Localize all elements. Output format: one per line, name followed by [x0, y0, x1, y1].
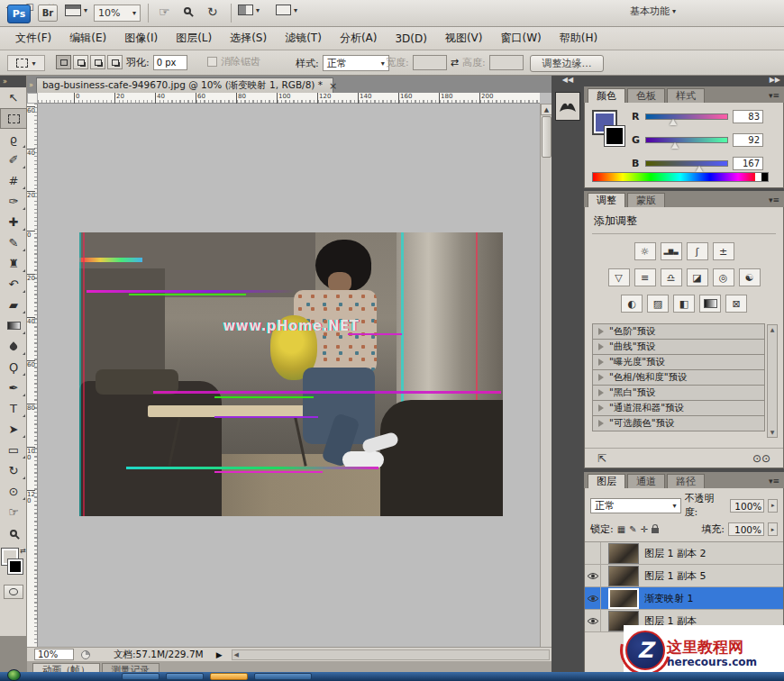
visibility-toggle[interactable]	[585, 565, 601, 587]
channel-mixer-icon[interactable]: ☯	[739, 268, 761, 286]
curves-icon[interactable]: ʃ	[687, 242, 708, 260]
refine-edge-button[interactable]: 调整边缘…	[530, 55, 604, 72]
expand-triangle-icon[interactable]	[598, 389, 604, 396]
hand-tool[interactable]: ☞	[0, 502, 27, 522]
preset-selective-color[interactable]: "可选颜色"预设	[592, 415, 765, 431]
preset-hue-saturation[interactable]: "色相/饱和度"预设	[592, 369, 765, 386]
horizontal-scrollbar[interactable]: ◀	[232, 649, 550, 660]
antialias-checkbox[interactable]	[207, 57, 217, 67]
visibility-toggle-icon[interactable]: ⊙⊙	[752, 452, 770, 465]
fill-value[interactable]: 100%	[728, 522, 764, 536]
panel-menu-icon[interactable]: ▾≡	[769, 195, 784, 207]
blue-slider[interactable]	[645, 160, 728, 167]
move-tool[interactable]: ↖	[0, 87, 27, 108]
photo-filter-icon[interactable]: ◎	[713, 268, 734, 286]
taskbar-button-active[interactable]	[210, 673, 248, 680]
preset-black-white[interactable]: "黑白"预设	[592, 385, 765, 401]
height-input[interactable]	[489, 55, 524, 70]
collapsed-panel-icon[interactable]	[555, 92, 580, 121]
quick-selection-tool[interactable]: ✐	[0, 150, 27, 170]
rectangular-marquee-tool[interactable]	[0, 108, 27, 129]
hue-saturation-icon[interactable]: ≡	[634, 268, 656, 286]
menu-3d[interactable]: 3D(D)	[387, 30, 434, 48]
background-color-swatch[interactable]	[605, 126, 624, 146]
menu-layer[interactable]: 图层(L)	[168, 28, 220, 49]
expand-triangle-icon[interactable]	[598, 359, 604, 366]
brush-tool[interactable]: ✎	[0, 232, 27, 253]
expand-triangle-icon[interactable]	[598, 343, 604, 350]
eraser-tool[interactable]: ▰	[0, 295, 27, 315]
brightness-contrast-icon[interactable]: ☼	[634, 242, 656, 260]
taskbar-button[interactable]	[166, 673, 204, 680]
eyedropper-tool[interactable]: ✑	[0, 191, 27, 212]
slider-thumb[interactable]	[696, 166, 703, 172]
expand-triangle-icon[interactable]	[598, 404, 604, 412]
taskbar-button[interactable]	[254, 673, 312, 680]
tool-preset-picker[interactable]: ▾	[7, 55, 45, 71]
rotate-view-button[interactable]: ↻	[207, 5, 218, 19]
pen-tool[interactable]: ✒	[0, 377, 27, 398]
menu-analysis[interactable]: 分析(A)	[332, 28, 386, 49]
vibrance-icon[interactable]: ▽	[608, 268, 630, 286]
swap-width-height-icon[interactable]: ⇄	[451, 57, 459, 68]
status-menu-arrow[interactable]: ▶	[216, 650, 223, 659]
opacity-spinner-icon[interactable]: ▸	[768, 499, 778, 513]
workspace-switcher[interactable]: 基本功能 ▾	[630, 5, 676, 18]
blur-tool[interactable]	[0, 336, 27, 357]
invert-icon[interactable]: ◐	[621, 295, 643, 313]
healing-brush-tool[interactable]: ✚	[0, 212, 27, 232]
panel-menu-icon[interactable]: ▾≡	[769, 477, 784, 488]
layer-thumbnail[interactable]	[608, 566, 639, 586]
opacity-value[interactable]: 100%	[730, 499, 765, 513]
white-black-cells[interactable]	[755, 173, 768, 181]
posterize-icon[interactable]: ▨	[647, 295, 669, 313]
menu-image[interactable]: 图像(I)	[116, 28, 166, 49]
black-white-icon[interactable]: ◪	[687, 268, 708, 286]
zoom-tool-button[interactable]	[184, 7, 191, 14]
expand-triangle-icon[interactable]	[598, 328, 604, 335]
canvas-area[interactable]: www.pHome.NET	[38, 104, 540, 662]
return-to-list-icon[interactable]: ⇱	[597, 452, 606, 465]
scroll-down-icon[interactable]: ▼	[768, 428, 777, 437]
visibility-toggle[interactable]	[585, 610, 601, 632]
layer-name[interactable]: 渐变映射 1	[644, 592, 694, 605]
close-tab-icon[interactable]: ×	[329, 80, 337, 92]
green-slider[interactable]	[645, 137, 728, 143]
color-spectrum-ramp[interactable]	[592, 172, 769, 182]
tab-overflow-icon[interactable]: »	[27, 81, 36, 93]
expand-triangle-icon[interactable]	[598, 374, 604, 381]
gradient-tool[interactable]	[0, 315, 27, 336]
vertical-scrollbar[interactable]: ▲ ▼	[540, 104, 552, 662]
layer-thumbnail[interactable]	[608, 588, 639, 609]
lock-transparency-icon[interactable]: ▦	[617, 524, 625, 534]
tab-layers[interactable]: 图层	[588, 474, 625, 488]
exposure-icon[interactable]: ±	[713, 242, 734, 260]
3d-orbit-tool[interactable]: ⊙	[0, 481, 27, 502]
menu-view[interactable]: 视图(V)	[437, 28, 491, 49]
tab-masks[interactable]: 蒙版	[627, 193, 665, 207]
lasso-tool[interactable]: ϱ	[0, 129, 27, 150]
visibility-toggle[interactable]	[585, 542, 601, 565]
slider-thumb[interactable]	[670, 119, 677, 125]
menu-file[interactable]: 文件(F)	[7, 28, 59, 49]
layer-row[interactable]: 图层 1 副本 2	[585, 542, 783, 565]
levels-icon[interactable]: ▂▆▃	[661, 242, 682, 260]
tab-swatches[interactable]: 色板	[627, 88, 665, 103]
crop-tool[interactable]: #	[0, 170, 27, 191]
red-value-input[interactable]: 83	[733, 110, 763, 123]
tab-adjustments[interactable]: 调整	[588, 193, 625, 207]
preset-levels[interactable]: "色阶"预设	[592, 323, 765, 340]
scrollbar-thumb[interactable]	[542, 116, 552, 158]
history-brush-tool[interactable]: ↶	[0, 274, 27, 295]
gradient-map-icon[interactable]	[699, 295, 721, 313]
path-selection-tool[interactable]: ➤	[0, 419, 27, 440]
dock-collapse-strip[interactable]: ◀◀	[552, 76, 584, 86]
screen-mode-button[interactable]: ▾	[276, 5, 297, 15]
layer-name[interactable]: 图层 1 副本 2	[644, 547, 707, 560]
clone-stamp-tool[interactable]: ♜	[0, 253, 27, 274]
red-slider[interactable]	[645, 114, 728, 120]
lock-move-icon[interactable]: ✛	[641, 524, 648, 534]
preset-channel-mixer[interactable]: "通道混和器"预设	[592, 400, 765, 416]
feather-input[interactable]: 0 px	[153, 55, 187, 70]
green-value-input[interactable]: 92	[733, 133, 763, 147]
